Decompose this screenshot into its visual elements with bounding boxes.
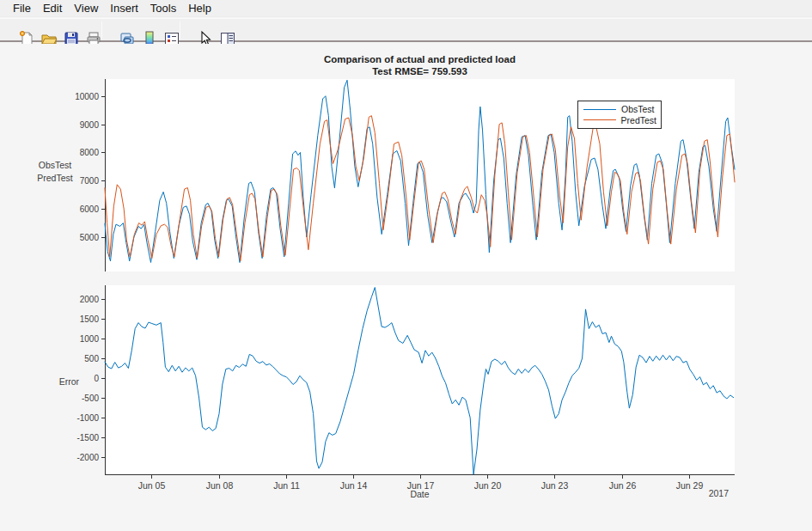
x-axis-year-label: 2017 [601,488,729,498]
chart-title-line1: Comparison of actual and predicted load [105,53,735,65]
edit-plot-button[interactable] [186,20,208,40]
error-plot-area[interactable]: -2000-1500-1000-5000500100015002000Jun 0… [105,285,735,475]
svg-text:-2000: -2000 [76,453,99,462]
svg-text:-500: -500 [82,394,99,403]
matlab-figure-window: FileEditViewInsertToolsHelp [0,0,812,531]
figure-canvas: Comparison of actual and predicted load … [0,44,812,531]
svg-text:2000: 2000 [80,295,100,304]
svg-text:-1000: -1000 [76,413,99,423]
svg-text:0: 0 [94,374,99,383]
new-figure-button[interactable] [7,20,29,40]
predtest-line-sample [583,119,616,120]
svg-text:500: 500 [84,354,99,363]
menu-file[interactable]: File [7,0,37,16]
link-plot-button[interactable] [107,20,130,40]
svg-text:6000: 6000 [80,204,100,214]
menu-bar: FileEditViewInsertToolsHelp [0,0,812,17]
chart-title: Comparison of actual and predicted load … [105,53,735,77]
legend-entry-predtest: PredTest [583,115,656,126]
chart-title-line2: Test RMSE= 759.593 [105,65,735,77]
menu-view[interactable]: View [68,0,104,16]
svg-text:7000: 7000 [80,176,100,186]
menu-tools[interactable]: Tools [144,0,182,16]
svg-text:8000: 8000 [80,148,100,157]
legend-label-obstest: ObsTest [621,104,655,114]
obstest-line-sample [583,109,616,110]
svg-text:9000: 9000 [80,120,100,130]
svg-text:-1500: -1500 [76,433,99,442]
error-plot-ylabel: Error [26,376,79,387]
legend-entry-obstest: ObsTest [583,104,656,115]
menu-help[interactable]: Help [182,0,217,16]
figure-toolbar [0,18,812,42]
load-plot-ylabel: ObsTest PredTest [26,159,84,185]
legend-label-predtest: PredTest [621,115,656,125]
svg-text:1000: 1000 [80,334,100,344]
svg-text:5000: 5000 [80,233,100,242]
menu-insert[interactable]: Insert [104,0,144,16]
legend[interactable]: ObsTest PredTest [577,101,662,129]
svg-text:1500: 1500 [80,314,100,324]
menu-edit[interactable]: Edit [37,0,68,16]
svg-text:10000: 10000 [75,92,99,101]
